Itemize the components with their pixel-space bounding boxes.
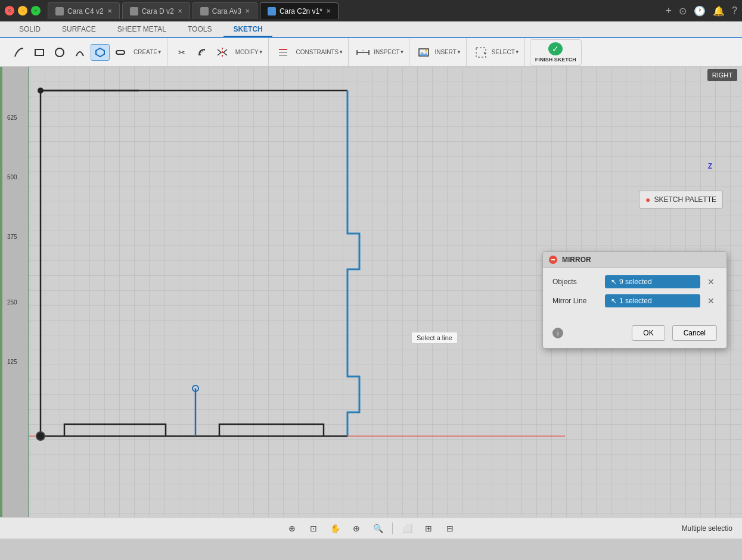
nav-tab-sheet-metal[interactable]: SHEET METAL (108, 23, 176, 37)
status-text: Multiple selectio (682, 524, 732, 533)
nav-tab-tools[interactable]: TOOLS (178, 23, 221, 37)
constraint-tool-button[interactable] (274, 44, 293, 61)
bottom-toolbar: ⊕ ⊡ ✋ ⊕ 🔍 ⬜ ⊞ ⊟ Multiple selectio (0, 517, 742, 539)
close-button[interactable]: ✕ (5, 6, 14, 15)
svg-point-1 (55, 48, 64, 57)
move-tool-button[interactable]: ⊕ (284, 521, 300, 536)
svg-rect-3 (116, 51, 125, 54)
bell-icon[interactable]: 🔔 (713, 5, 725, 17)
help-icon[interactable]: ⊙ (679, 5, 687, 17)
mirror-objects-value: 9 selected (619, 278, 652, 286)
tab-cara-av3[interactable]: Cara Av3 ✕ (193, 2, 257, 19)
modify-dropdown[interactable]: MODIFY▼ (235, 49, 263, 55)
z-axis-label: Z (708, 162, 712, 170)
mirror-line-row: Mirror Line ↖ 1 selected ✕ (552, 294, 717, 307)
display-tool-button[interactable]: ⬜ (399, 521, 415, 536)
mirror-dialog-title: MIRROR (562, 256, 591, 264)
svg-marker-2 (96, 48, 104, 57)
mirror-objects-label: Objects (552, 278, 600, 286)
mirror-ok-button[interactable]: OK (632, 325, 665, 341)
cursor-icon-2: ↖ (611, 297, 617, 305)
main-content: 625 500 375 250 125 Z RIGHT (0, 67, 742, 539)
finish-sketch-area: ✓ FINISH SKETCH (530, 39, 582, 66)
nav-tabs: SOLID SURFACE SHEET METAL TOOLS SKETCH (0, 21, 742, 38)
ruler-label-375: 375 (7, 234, 17, 240)
slot-tool-button[interactable] (111, 44, 130, 61)
line-tool-button[interactable] (10, 44, 29, 61)
create-section: CREATE▼ (5, 38, 167, 66)
mirror-line-label: Mirror Line (552, 297, 600, 305)
insert-image-button[interactable] (414, 44, 433, 61)
zoom-tool-button[interactable]: ⊕ (348, 521, 365, 536)
mirror-dialog-footer: i OK Cancel (543, 321, 727, 348)
finish-sketch-button[interactable]: ✓ FINISH SKETCH (530, 39, 582, 66)
dimension-tool-button[interactable]: ↔ (353, 44, 372, 61)
svg-rect-0 (35, 49, 44, 55)
offset-tool-button[interactable] (193, 44, 212, 61)
cursor-icon: ↖ (611, 278, 617, 286)
view-label: RIGHT (707, 69, 737, 81)
main-toolbar: CREATE▼ ✂ MODIFY▼ CONSTRA (0, 38, 742, 67)
ruler-label-500: 500 (7, 174, 17, 181)
info-icon[interactable]: i (552, 328, 563, 338)
mirror-objects-badge[interactable]: ↖ 9 selected (605, 275, 700, 288)
mirror-tool-button[interactable] (213, 44, 232, 61)
sketch-drawing (29, 67, 565, 519)
tab-cara-c2n[interactable]: Cara C2n v1* ✕ (260, 2, 339, 19)
insert-section: INSERT▼ (409, 38, 466, 66)
mirror-line-badge[interactable]: ↖ 1 selected (605, 294, 700, 307)
mirror-line-clear-button[interactable]: ✕ (705, 295, 717, 307)
mirror-objects-clear-button[interactable]: ✕ (705, 276, 717, 288)
inspect-dropdown[interactable]: INSPECT▼ (374, 49, 404, 55)
polygon-tool-button[interactable] (91, 44, 110, 61)
cube-icon-active (268, 7, 276, 15)
svg-point-21 (36, 432, 45, 440)
tab-close-active-icon[interactable]: ✕ (326, 8, 331, 14)
tab-close-icon[interactable]: ✕ (178, 8, 182, 14)
mirror-objects-row: Objects ↖ 9 selected ✕ (552, 275, 717, 288)
select-tool-button[interactable] (471, 44, 490, 61)
zoom-search-button[interactable]: 🔍 (370, 521, 386, 536)
sketch-palette[interactable]: ● SKETCH PALETTE (639, 191, 723, 209)
cube-icon (55, 7, 64, 15)
constraints-dropdown[interactable]: CONSTRAINTS▼ (296, 49, 344, 55)
nav-tab-solid[interactable]: SOLID (10, 23, 50, 37)
svg-text:↔: ↔ (361, 48, 365, 52)
create-dropdown[interactable]: CREATE▼ (134, 49, 162, 55)
check-circle-icon: ✓ (548, 42, 563, 55)
tab-cara-c4[interactable]: Cara C4 v2 ✕ (48, 2, 120, 19)
mirror-dialog-close-icon (549, 256, 557, 264)
divider-1 (392, 522, 393, 534)
mirror-dialog: MIRROR Objects ↖ 9 selected ✕ Mirror Lin… (542, 251, 727, 349)
canvas-area[interactable]: 625 500 375 250 125 Z RIGHT (0, 67, 742, 539)
svg-point-14 (425, 49, 427, 52)
sketch-palette-plus-icon: ● (645, 195, 650, 204)
tab-cara-d[interactable]: Cara D v2 ✕ (122, 2, 190, 19)
arc-tool-button[interactable] (70, 44, 89, 61)
fit-tool-button[interactable]: ⊡ (305, 521, 322, 536)
select-dropdown[interactable]: SELECT▼ (492, 49, 520, 55)
rectangle-tool-button[interactable] (30, 44, 49, 61)
mirror-dialog-body: Objects ↖ 9 selected ✕ Mirror Line ↖ 1 s… (543, 268, 727, 321)
layout-tool-button[interactable]: ⊟ (442, 521, 458, 536)
question-icon[interactable]: ? (732, 5, 737, 16)
maximize-button[interactable]: + (31, 6, 41, 15)
nav-tab-surface[interactable]: SURFACE (52, 23, 105, 37)
minimize-button[interactable]: − (18, 6, 27, 15)
inspect-section: ↔ INSPECT▼ (349, 38, 409, 66)
tab-close-icon[interactable]: ✕ (107, 8, 112, 14)
add-tab-button[interactable]: + (666, 5, 672, 17)
ruler-label-250: 250 (7, 299, 17, 306)
pan-tool-button[interactable]: ✋ (327, 521, 343, 536)
clock-icon[interactable]: 🕐 (694, 5, 706, 17)
select-section: SELECT▼ (467, 38, 525, 66)
circle-tool-button[interactable] (50, 44, 69, 61)
nav-tab-sketch[interactable]: SKETCH (223, 23, 272, 37)
mirror-cancel-button[interactable]: Cancel (672, 325, 717, 341)
ruler-left: 625 500 375 250 125 (0, 67, 29, 539)
grid-tool-button[interactable]: ⊞ (420, 521, 437, 536)
scissors-tool-button[interactable]: ✂ (172, 44, 191, 61)
insert-dropdown[interactable]: INSERT▼ (434, 49, 461, 55)
ruler-label-625: 625 (7, 114, 17, 121)
tab-close-icon[interactable]: ✕ (245, 8, 250, 14)
